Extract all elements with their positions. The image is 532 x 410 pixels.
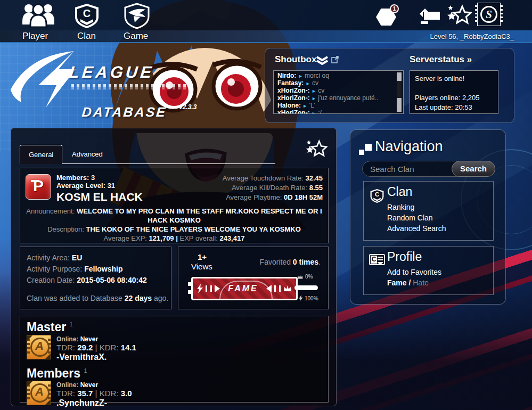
- chat-arrow-icon: ►: [306, 81, 310, 86]
- link-hate[interactable]: Hate: [413, 278, 429, 287]
- arrow-up: [422, 5, 428, 12]
- crown-icon: [297, 274, 304, 280]
- chat-scrollbar[interactable]: [397, 72, 402, 112]
- scrollbar-thumb[interactable]: [397, 72, 402, 81]
- serverstatus-title[interactable]: Serverstatus »: [410, 54, 472, 65]
- nav-clan-title[interactable]: Clan: [387, 185, 412, 199]
- navigation-panel: Navigation Search C Clan Ranking Random …: [350, 129, 506, 305]
- top-icon-bar: C 1 S: [0, 0, 532, 30]
- announcement-row: Announcement: WELCOME TO MY PRO CLAN IM …: [26, 207, 323, 225]
- search-input[interactable]: [370, 163, 453, 175]
- scrollbar-thumb[interactable]: [397, 98, 402, 112]
- chat-arrow-icon: ►: [312, 88, 316, 94]
- s4-logo-mark: [7, 48, 77, 112]
- tab-general[interactable]: General: [20, 145, 62, 164]
- shoutbox-messages[interactable]: Nirdo: ► morci oq Fantasy: ► cv xHoriZon…: [273, 70, 404, 114]
- card-line: [378, 257, 383, 258]
- shield-c-icon[interactable]: C: [75, 3, 99, 29]
- chat-message: xHoriZon-: ► j'uz ennuyance puté..: [277, 95, 395, 102]
- views-count: 1+: [198, 252, 207, 261]
- notification-badge: 1: [390, 4, 399, 13]
- shield-bird-icon[interactable]: [124, 3, 150, 29]
- clan-emblem[interactable]: P: [26, 174, 51, 200]
- coin-ticks: [475, 5, 477, 23]
- bar-glyph: [274, 285, 276, 292]
- link-fame[interactable]: Fame /: [387, 278, 411, 287]
- views-label: Views: [191, 262, 212, 271]
- logo-version: v2.3.3: [179, 103, 197, 111]
- chat-message: Fantasy: ► cv: [277, 80, 395, 87]
- nav-profile-title[interactable]: Profile: [387, 250, 422, 264]
- rank-badge-avatar[interactable]: A: [27, 335, 51, 359]
- chat-message: xHoriZon-: ► :/: [277, 110, 395, 114]
- player-group-icon[interactable]: [21, 3, 55, 28]
- stars-icon[interactable]: [305, 139, 328, 159]
- clan-texts: Announcement: WELCOME TO MY PRO CLAN IM …: [26, 207, 323, 243]
- members-heading: Members 1: [27, 364, 322, 381]
- card-line: [378, 259, 383, 260]
- user-level-status: Level 56, _RobbyZodiaC3_: [430, 32, 514, 40]
- hexagon-notification-icon[interactable]: 1: [376, 5, 404, 27]
- views-fame-box: 1+ Views Favorited 0 times. FAME 0% 100%: [178, 247, 329, 309]
- emblem-letter: P: [26, 177, 51, 195]
- right-eye: [213, 61, 261, 109]
- tab-row: General Advanced: [20, 143, 275, 164]
- external-link-icon[interactable]: [331, 56, 339, 63]
- creation-date-row: Creation Date: 2015-05-06 08:40:42: [27, 275, 165, 286]
- last-update-row: Last update: 20:53: [415, 103, 493, 112]
- avatar-letter: A: [27, 385, 52, 399]
- crown-icon: [283, 285, 292, 292]
- link-ranking[interactable]: Ranking: [387, 202, 446, 212]
- nav-clan[interactable]: Clan: [77, 31, 96, 42]
- nav-clan-section: C Clan Ranking Random Clan Advanced Sear…: [363, 181, 494, 241]
- chat-message: xHoriZon-: ► cv: [277, 87, 395, 95]
- tab-advanced[interactable]: Advanced: [63, 145, 111, 164]
- stat-playtime: Average Playtime: 0D 18H 52M: [223, 193, 323, 202]
- lightning-icon: [299, 295, 303, 301]
- rank-badge-avatar[interactable]: A: [27, 381, 51, 405]
- chat-arrow-icon: ►: [302, 103, 307, 109]
- pixel-squares-icon: [359, 144, 373, 158]
- roster-box: Master 1 A Online: Never TDR: 29.2 | KDR…: [20, 316, 329, 403]
- chat-message: Halone: ► 'L': [277, 102, 395, 110]
- player-name-link[interactable]: .SynchunzZ-: [56, 398, 132, 408]
- nav-game[interactable]: Game: [124, 31, 148, 42]
- chat-message: Nirdo: ► morci oq: [277, 72, 395, 80]
- clan-search-bar: Search: [362, 161, 495, 177]
- shoutbox-serverstatus-panel: Shoutbox Nirdo: ► morci oq Fantasy: ► cv…: [265, 48, 514, 123]
- stat-killdeath: Average Kill/Death Rate: 8.55: [223, 183, 323, 193]
- clan-info-box: P Members: 3 Average Level: 31 KOSM EL H…: [20, 168, 329, 243]
- search-button[interactable]: Search: [452, 161, 495, 177]
- nav-player[interactable]: Player: [22, 31, 48, 42]
- link-add-to-favorites[interactable]: Add to Favorites: [387, 267, 441, 277]
- card-letter: C: [371, 256, 377, 264]
- avatar-corner: [45, 399, 51, 405]
- fame-progress-bar: [294, 285, 318, 290]
- site-logo[interactable]: LEAGUE DATABASE v2.3.3: [7, 48, 183, 112]
- server-online-text: Server is online!: [415, 74, 493, 84]
- link-random-clan[interactable]: Random Clan: [387, 212, 446, 223]
- added-to-db-row: Clan was added to Database 22 days ago.: [27, 293, 168, 304]
- triangle-left: [263, 285, 272, 292]
- triangle-right: [215, 285, 224, 292]
- nav-profile-section: C Profile Add to Favorites Fame / Hate: [363, 246, 494, 295]
- fame-hate-row: Fame / Hate: [387, 277, 441, 288]
- avg-level-row: Average Level: 31: [56, 182, 143, 190]
- window-rect-small: [421, 21, 428, 24]
- profile-card-icon: C: [369, 254, 385, 265]
- move-window-icon[interactable]: [416, 5, 442, 26]
- pixel-square: [365, 144, 372, 151]
- double-chevron-down-icon[interactable]: [316, 56, 329, 65]
- logo-league-text: LEAGUE: [68, 63, 155, 82]
- stars-icon[interactable]: [446, 4, 472, 27]
- banner-notch: [188, 282, 192, 286]
- activity-box: Activity Area: EU Activity Purpose: Fell…: [20, 247, 171, 309]
- player-name-link[interactable]: -VermithraX.: [56, 352, 136, 362]
- bar-glyph: [279, 285, 281, 292]
- lightning-icon: [197, 284, 203, 293]
- clan-name: KOSM EL HACK: [56, 191, 143, 203]
- link-advanced-search[interactable]: Advanced Search: [387, 223, 446, 234]
- shield-c-icon: C: [370, 188, 384, 204]
- chat-arrow-icon: ►: [312, 111, 316, 114]
- s-coin-icon[interactable]: S: [477, 3, 501, 26]
